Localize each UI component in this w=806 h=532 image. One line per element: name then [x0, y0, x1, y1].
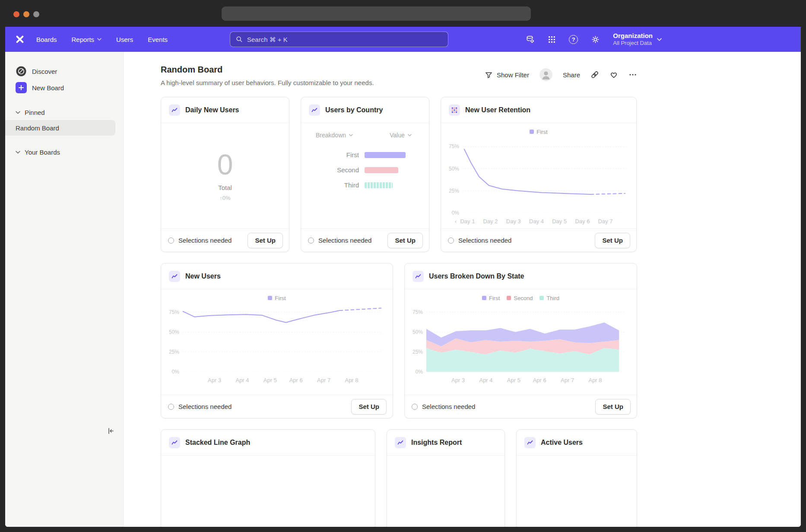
x-axis-labels: Apr 3Apr 4Apr 5Apr 6Apr 7Apr 8 — [426, 377, 625, 385]
status-text: Selections needed — [422, 403, 475, 410]
top-nav: Boards Reports Users Events ? — [5, 27, 801, 52]
card-title: New User Retention — [465, 106, 530, 114]
cards-row-3: Stacked Line Graph Insights Report — [161, 429, 637, 527]
card-users-by-country: Users by Country Breakdown Value — [301, 97, 429, 252]
chevron-down-icon — [408, 134, 412, 136]
nav-item-reports[interactable]: Reports — [72, 36, 102, 43]
legend-item: First — [530, 129, 547, 135]
sidebar-item-discover[interactable]: Discover — [5, 63, 123, 79]
card-insights-report: Insights Report — [387, 429, 505, 527]
card-new-users: New Users First 75%50%25%0% Apr 3Apr 4Ap… — [161, 263, 393, 418]
breakdown-dropdown[interactable]: Breakdown — [316, 132, 353, 139]
card-new-user-retention: New User Retention First 75%50%25%0% ‹Da… — [441, 97, 637, 252]
line-chart-icon — [169, 437, 180, 448]
card-title: Daily New Users — [185, 106, 239, 114]
line-chart-icon — [169, 271, 180, 282]
mixpanel-logo-icon[interactable] — [15, 34, 25, 44]
set-up-button[interactable]: Set Up — [387, 233, 423, 248]
nav-right-cluster: ? Organization All Project Data — [526, 32, 662, 47]
set-up-button[interactable]: Set Up — [351, 399, 387, 415]
chevron-down-icon — [97, 38, 102, 41]
x-axis-labels: ‹Day 1Day 2Day 3Day 4Day 5Day 6Day 7 — [463, 218, 627, 226]
retention-grid-icon — [449, 104, 460, 116]
metric-delta: ↑0% — [219, 195, 230, 201]
card-title: Users by Country — [325, 106, 383, 114]
card-title: New Users — [185, 272, 221, 280]
chart-legend: First — [448, 128, 629, 135]
nav-links: Boards Reports Users Events — [36, 36, 168, 43]
metric-label: Total — [218, 184, 232, 191]
copy-link-icon[interactable] — [590, 70, 599, 79]
chevron-down-icon — [16, 111, 20, 114]
y-axis-ticks: 75%50%25%0% — [411, 306, 423, 374]
sidebar-section-your-boards[interactable]: Your Boards — [5, 144, 123, 160]
nav-item-users[interactable]: Users — [116, 36, 133, 43]
card-daily-new-users: Daily New Users 0 Total ↑0% — [161, 97, 289, 252]
breakdown-row: First — [301, 147, 429, 162]
avatar[interactable] — [539, 68, 552, 81]
y-axis-ticks: 75%50%25%0% — [167, 306, 179, 374]
window-minimize-button[interactable] — [23, 11, 29, 17]
line-chart-icon — [413, 271, 424, 282]
y-axis-ticks: 75%50%25%0% — [447, 139, 459, 215]
show-filter-button[interactable]: Show Filter — [485, 71, 529, 79]
traffic-lights — [13, 11, 39, 17]
status-circle-icon — [308, 238, 314, 244]
status-circle-icon — [412, 404, 418, 410]
sidebar-collapse-icon[interactable] — [106, 426, 116, 436]
new-users-line-chart — [183, 306, 381, 372]
status-circle-icon — [448, 238, 454, 244]
plus-icon — [16, 82, 27, 93]
legend-item: First — [482, 295, 500, 301]
x-axis-labels: Apr 3Apr 4Apr 5Apr 6Apr 7Apr 8 — [183, 377, 381, 385]
share-button[interactable]: Share — [563, 71, 580, 79]
cards-row-1: Daily New Users 0 Total ↑0% — [161, 97, 637, 252]
legend-item: First — [268, 295, 286, 301]
set-up-button[interactable]: Set Up — [595, 233, 630, 248]
sidebar-item-random-board[interactable]: Random Board — [5, 120, 115, 136]
breakdown-bar — [365, 152, 406, 158]
window-titlebar — [0, 0, 806, 27]
help-icon[interactable]: ? — [569, 35, 578, 44]
chevron-down-icon — [349, 134, 353, 136]
status-circle-icon — [168, 238, 174, 244]
main-content: Random Board A high-level summary of use… — [124, 52, 801, 527]
card-title: Users Broken Down By State — [429, 272, 524, 280]
nav-item-events[interactable]: Events — [148, 36, 168, 43]
search-input[interactable] — [247, 36, 443, 43]
app-frame: Boards Reports Users Events ? — [5, 27, 801, 527]
window-close-button[interactable] — [13, 11, 19, 17]
filter-funnel-icon — [485, 71, 493, 79]
retention-line-chart — [463, 139, 627, 213]
value-dropdown[interactable]: Value — [390, 132, 412, 139]
breakdown-row: Third — [301, 177, 429, 193]
line-chart-icon — [169, 104, 180, 116]
breakdown-bar — [365, 167, 398, 173]
browser-window: Boards Reports Users Events ? — [0, 0, 806, 532]
breakdown-bar — [365, 182, 393, 188]
cards-grid: Daily New Users 0 Total ↑0% — [161, 97, 637, 527]
search-icon — [235, 35, 243, 43]
set-up-button[interactable]: Set Up — [595, 399, 631, 415]
apps-grid-icon[interactable] — [548, 35, 556, 44]
page-title: Random Board — [161, 64, 801, 75]
discover-icon — [16, 66, 27, 77]
org-project: All Project Data — [613, 40, 653, 47]
address-bar[interactable] — [222, 6, 531, 21]
legend-item: Third — [539, 295, 559, 301]
sidebar-section-pinned[interactable]: Pinned — [5, 104, 123, 120]
org-selector[interactable]: Organization All Project Data — [613, 32, 662, 47]
status-text: Selections needed — [318, 237, 371, 244]
more-options-icon[interactable] — [628, 70, 637, 79]
chart-legend: First — [168, 294, 386, 301]
sidebar-item-new-board[interactable]: New Board — [5, 79, 123, 96]
settings-gear-icon[interactable] — [591, 35, 600, 44]
favorite-heart-icon[interactable] — [609, 70, 618, 79]
data-management-icon[interactable] — [526, 35, 535, 44]
page-head: Random Board A high-level summary of use… — [161, 64, 801, 87]
search-bar[interactable] — [230, 32, 448, 47]
breakdown-row: Second — [301, 162, 429, 177]
nav-item-boards[interactable]: Boards — [36, 36, 57, 43]
window-zoom-button[interactable] — [33, 11, 39, 17]
set-up-button[interactable]: Set Up — [248, 233, 283, 248]
